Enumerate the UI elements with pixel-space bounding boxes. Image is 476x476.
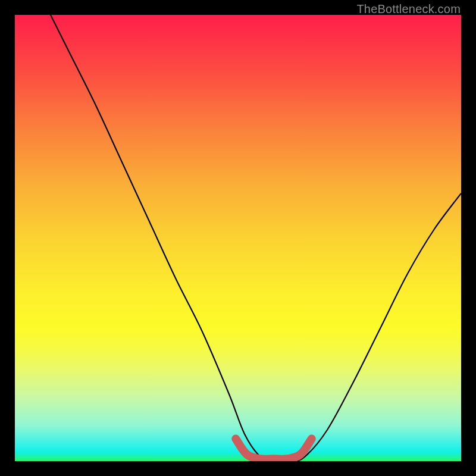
chart-svg bbox=[15, 15, 461, 461]
chart-plot-area bbox=[15, 15, 461, 461]
stage: TheBottleneck.com bbox=[0, 0, 476, 476]
optimal-zone-accent bbox=[236, 439, 312, 459]
bottleneck-curve bbox=[51, 15, 461, 461]
watermark-text: TheBottleneck.com bbox=[356, 2, 461, 16]
